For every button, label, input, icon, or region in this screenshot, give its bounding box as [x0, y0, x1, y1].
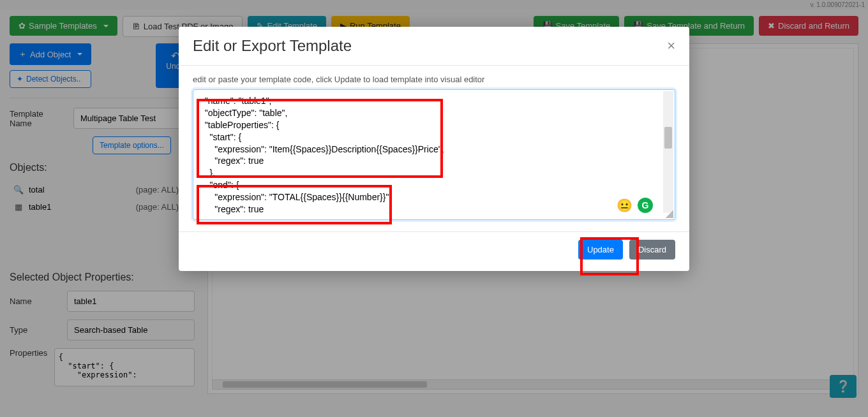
modal-title: Edit or Export Template: [193, 37, 667, 55]
close-icon: ×: [667, 38, 675, 54]
modal-hint-text: edit or paste your template code, click …: [193, 75, 675, 84]
scrollbar-thumb[interactable]: [664, 127, 672, 149]
template-code-textarea[interactable]: [193, 90, 675, 217]
modal-close-button[interactable]: ×: [667, 38, 675, 54]
update-button[interactable]: Update: [578, 240, 623, 260]
grammarly-icon[interactable]: G: [638, 198, 653, 213]
emoji-icon: 😐: [617, 198, 632, 213]
discard-button[interactable]: Discard: [629, 240, 675, 260]
edit-template-modal: Edit or Export Template × edit or paste …: [179, 27, 689, 271]
vertical-scrollbar[interactable]: [663, 91, 673, 213]
resize-handle[interactable]: [666, 210, 673, 218]
